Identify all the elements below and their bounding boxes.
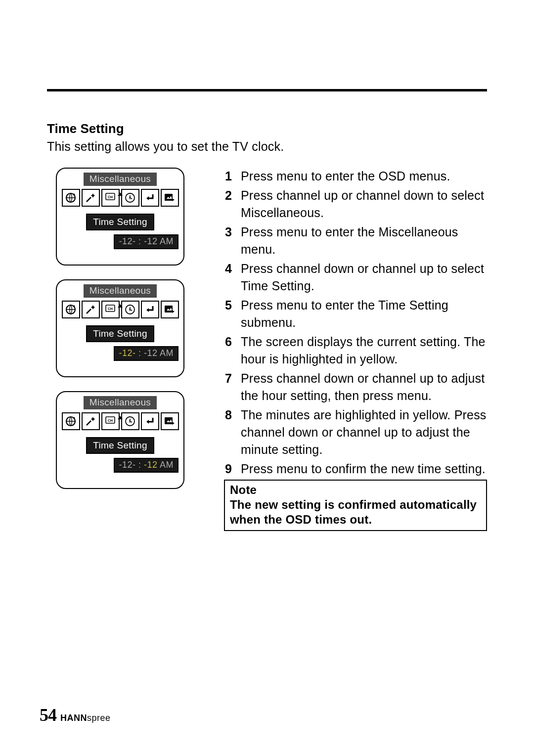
page-footer: 54 HANNspree [40,705,111,725]
osd-screenshots-column: Miscellaneous CH L [56,168,204,489]
osd-sub-label: Time Setting [86,214,154,230]
steps-column: 1Press menu to enter the OSD menus. 2Pre… [224,168,487,531]
step-number: 2 [224,187,241,204]
osd-icon-row: CH L [62,301,179,318]
step-number: 7 [224,370,241,387]
osd-sub-label: Time Setting [86,325,154,342]
osd-screenshot-3: Miscellaneous CH L [56,391,184,489]
step-item: 8The minutes are highlighted in yellow. … [224,406,487,458]
note-body: The new setting is confirmed automatical… [230,498,477,526]
picture-export-icon [161,301,179,318]
section-intro: This setting allows you to set the TV cl… [47,139,487,154]
return-arrow-icon [141,189,159,207]
step-text: Press channel down or channel up to adju… [241,370,487,404]
step-number: 3 [224,223,241,241]
ch-box-icon: CH [101,301,120,318]
osd-time-value: -12- : -12 AM [114,458,178,473]
svg-text:L: L [129,196,132,200]
step-text: Press menu to enter the Time Setting sub… [241,297,487,331]
step-number: 4 [224,260,241,277]
two-column-layout: Miscellaneous CH L [47,168,487,531]
return-arrow-icon [141,301,159,318]
osd-title: Miscellaneous [84,284,157,298]
horizontal-rule [47,89,487,91]
step-list: 1Press menu to enter the OSD menus. 2Pre… [224,168,487,478]
globe-refresh-icon [62,189,80,207]
time-rest: -12 AM [144,348,174,358]
time-rest: -12 AM [144,236,174,246]
svg-text:CH: CH [108,195,113,199]
picture-export-icon [161,412,179,430]
step-item: 1Press menu to enter the OSD menus. [224,168,487,185]
step-text: Press channel up or channel down to sele… [241,187,487,222]
step-text: The screen displays the current setting.… [241,333,487,368]
time-hour-highlighted: -12- [119,348,135,358]
step-number: 9 [224,460,241,478]
time-hour: -12- [119,236,135,246]
time-minute-highlighted: -12 [144,460,158,470]
step-item: 6The screen displays the current setting… [224,333,487,368]
section-title: Time Setting [47,121,487,136]
step-item: 2Press channel up or channel down to sel… [224,187,487,222]
return-arrow-icon [141,412,159,430]
note-box: Note The new setting is confirmed automa… [224,480,487,531]
osd-title: Miscellaneous [84,396,157,409]
step-number: 5 [224,297,241,314]
step-text: Press menu to enter the OSD menus. [241,168,487,185]
svg-text:CH: CH [108,419,113,422]
step-text: The minutes are highlighted in yellow. P… [241,406,487,458]
step-item: 3Press menu to enter the Miscellaneous m… [224,223,487,258]
step-item: 5Press menu to enter the Time Setting su… [224,297,487,331]
brand-logo: HANNspree [60,713,111,723]
ch-box-icon: CH [101,412,120,430]
note-title: Note [230,483,481,497]
svg-text:L: L [129,419,132,424]
time-hour: -12- : [119,460,144,470]
svg-text:L: L [129,308,132,312]
step-text: Press channel down or channel up to sele… [241,260,487,295]
osd-icon-row: CH L [62,189,179,207]
step-text: Press menu to enter the Miscellaneous me… [241,223,487,258]
osd-icon-row: CH L [62,412,179,430]
time-ampm: AM [157,460,174,470]
osd-title: Miscellaneous [84,173,157,186]
star-wand-icon [82,412,100,430]
svg-text:CH: CH [108,307,113,311]
step-text: Press menu to confirm the new time setti… [241,460,487,478]
time-sep: : [135,236,144,246]
globe-refresh-icon [62,412,80,430]
brand-bold-part: HANN [60,713,87,723]
globe-refresh-icon [62,301,80,318]
clock-letter-icon: L [121,412,139,430]
page-content: Time Setting This setting allows you to … [0,0,534,531]
time-sep: : [135,348,144,358]
osd-time-value: -12- : -12 AM [114,346,178,361]
step-item: 9Press menu to confirm the new time sett… [224,460,487,478]
osd-time-value: -12- : -12 AM [114,234,178,249]
clock-letter-icon: L [121,301,139,318]
step-number: 8 [224,406,241,424]
star-wand-icon [82,189,100,207]
picture-export-icon [161,189,179,207]
osd-sub-label: Time Setting [86,437,154,454]
page-number: 54 [40,705,56,725]
osd-screenshot-2: Miscellaneous CH L [56,279,184,377]
brand-rest-part: spree [87,713,111,723]
step-number: 1 [224,168,241,185]
osd-screenshot-1: Miscellaneous CH L [56,168,184,266]
star-wand-icon [82,301,100,318]
ch-box-icon: CH [101,189,120,207]
step-item: 4Press channel down or channel up to sel… [224,260,487,295]
step-item: 7Press channel down or channel up to adj… [224,370,487,404]
step-number: 6 [224,333,241,351]
clock-letter-icon: L [121,189,139,207]
